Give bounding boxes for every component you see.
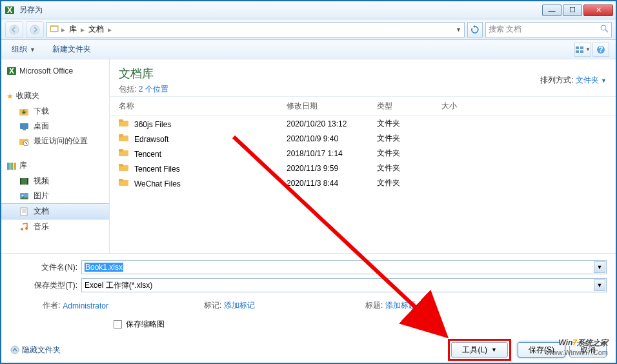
row-name: Edrawsoft <box>134 135 168 144</box>
help-button[interactable]: ? <box>592 43 609 57</box>
sidebar-item-music[interactable]: 音乐 <box>1 219 109 234</box>
svg-rect-9 <box>580 46 583 49</box>
tags-label: 标记: <box>204 300 221 311</box>
svg-text:X: X <box>7 6 12 15</box>
svg-point-33 <box>21 228 23 230</box>
sidebar-item-pictures[interactable]: 图片 <box>1 188 109 203</box>
library-icon <box>6 161 17 170</box>
sidebar-item-videos[interactable]: 视频 <box>1 174 109 188</box>
file-list-panel: 文档库 包括: 2 个位置 排列方式: 文件夹 ▼ 名称 修改日期 类型 大小 … <box>110 59 616 253</box>
row-date: 2020/10/20 13:12 <box>287 119 377 128</box>
filename-input[interactable]: Book1.xlsx ▼ <box>81 260 607 274</box>
svg-rect-26 <box>27 178 28 185</box>
thumbnail-checkbox[interactable] <box>114 320 122 329</box>
svg-point-3 <box>30 25 39 34</box>
row-name: WeChat Files <box>134 179 181 188</box>
footer: 隐藏文件夹 工具(L) ▼ 保存(S) 取消 <box>1 334 616 364</box>
recent-icon <box>19 137 30 146</box>
title-value[interactable]: 添加标题 <box>385 300 416 311</box>
row-date: 2020/10/9 9:40 <box>287 134 377 143</box>
excel-icon: X <box>4 5 15 16</box>
svg-rect-40 <box>119 149 123 152</box>
view-mode-button[interactable]: ▼ <box>574 43 591 57</box>
row-type: 文件夹 <box>377 133 441 144</box>
sidebar-microsoft-office[interactable]: X Microsoft Office <box>1 63 109 79</box>
svg-rect-36 <box>119 119 123 122</box>
tags-value[interactable]: 添加标记 <box>224 300 255 311</box>
table-row[interactable]: Tencent2018/10/17 1:14文件夹 <box>110 146 616 161</box>
chevron-down-icon: ▼ <box>585 46 591 52</box>
music-icon <box>19 223 30 232</box>
sidebar-libraries[interactable]: 库 <box>1 157 109 174</box>
refresh-button[interactable] <box>467 22 483 37</box>
row-type: 文件夹 <box>377 118 441 129</box>
svg-rect-5 <box>51 27 57 31</box>
sidebar-item-documents[interactable]: 文档 <box>1 203 109 219</box>
maximize-button[interactable]: ☐ <box>563 5 582 16</box>
breadcrumb[interactable]: ▸ 库 ▸ 文档 ▸ ▼ <box>46 22 465 37</box>
chevron-right-icon: ▸ <box>106 25 113 34</box>
column-name[interactable]: 名称 <box>119 101 287 112</box>
svg-line-7 <box>605 30 608 32</box>
includes-link[interactable]: 2 个位置 <box>139 85 168 94</box>
search-input[interactable]: 搜索 文档 <box>485 22 612 37</box>
author-value[interactable]: Administrator <box>63 301 108 310</box>
svg-rect-22 <box>10 163 13 170</box>
row-type: 文件夹 <box>377 177 441 188</box>
filename-dropdown-icon[interactable]: ▼ <box>594 261 605 273</box>
savetype-select[interactable]: Excel 工作簿(*.xlsx) ▼ <box>81 278 607 292</box>
sidebar-item-downloads[interactable]: 下载 <box>1 104 109 119</box>
breadcrumb-dropdown-icon[interactable]: ▼ <box>456 26 461 33</box>
column-size[interactable]: 大小 <box>441 101 493 112</box>
tools-button[interactable]: 工具(L) ▼ <box>451 342 508 358</box>
table-row[interactable]: WeChat Files2020/11/3 8:44文件夹 <box>110 176 616 190</box>
cancel-button[interactable]: 取消 <box>569 342 607 358</box>
column-type[interactable]: 类型 <box>377 101 441 112</box>
minimize-button[interactable]: — <box>542 5 561 16</box>
chevron-right-icon: ▸ <box>79 25 86 34</box>
chevron-down-icon: ▼ <box>601 77 607 84</box>
svg-text:X: X <box>9 66 14 76</box>
chevron-down-icon: ▼ <box>30 46 35 53</box>
hide-folders-button[interactable]: 隐藏文件夹 <box>10 345 61 356</box>
save-button[interactable]: 保存(S) <box>518 342 565 358</box>
chevron-down-icon: ▼ <box>491 347 497 353</box>
svg-point-34 <box>25 227 28 230</box>
sidebar-favorites[interactable]: ★ 收藏夹 <box>1 88 109 104</box>
star-icon: ★ <box>6 92 14 101</box>
folder-icon <box>119 118 130 128</box>
svg-point-2 <box>10 25 19 34</box>
folder-icon <box>119 148 130 158</box>
table-row[interactable]: Edrawsoft2020/10/9 9:40文件夹 <box>110 131 616 146</box>
svg-text:?: ? <box>598 45 603 54</box>
breadcrumb-root-icon <box>50 24 60 35</box>
sidebar-item-recent[interactable]: 最近访问的位置 <box>1 134 109 148</box>
back-button[interactable] <box>5 21 23 38</box>
library-title: 文档库 <box>119 66 168 81</box>
row-date: 2018/10/17 1:14 <box>287 149 377 158</box>
folder-icon <box>119 163 130 173</box>
row-type: 文件夹 <box>377 163 441 174</box>
column-date[interactable]: 修改日期 <box>287 101 377 112</box>
forward-button[interactable] <box>26 21 44 38</box>
sidebar-item-desktop[interactable]: 桌面 <box>1 119 109 134</box>
new-folder-button[interactable]: 新建文件夹 <box>48 42 95 57</box>
breadcrumb-item[interactable]: 库 <box>66 24 79 35</box>
organize-button[interactable]: 组织▼ <box>8 42 39 57</box>
svg-rect-21 <box>7 163 10 170</box>
table-row[interactable]: Tencent Files2020/11/3 9:59文件夹 <box>110 161 616 176</box>
svg-rect-18 <box>23 129 26 130</box>
savetype-dropdown-icon[interactable]: ▼ <box>594 279 605 291</box>
svg-rect-42 <box>119 164 123 167</box>
column-headers[interactable]: 名称 修改日期 类型 大小 <box>110 97 616 116</box>
table-row[interactable]: 360js Files2020/10/20 13:12文件夹 <box>110 116 616 131</box>
sort-value[interactable]: 文件夹 ▼ <box>576 76 607 85</box>
filename-label: 文件名(N): <box>10 262 81 273</box>
chevron-up-icon <box>10 345 19 354</box>
row-date: 2020/11/3 8:44 <box>287 179 377 188</box>
breadcrumb-item[interactable]: 文档 <box>86 24 106 35</box>
svg-rect-29 <box>21 208 27 216</box>
document-icon <box>19 207 30 216</box>
bottom-panel: 文件名(N): Book1.xlsx ▼ 保存类型(T): Excel 工作簿(… <box>1 253 616 334</box>
close-button[interactable]: ✕ <box>583 5 613 16</box>
